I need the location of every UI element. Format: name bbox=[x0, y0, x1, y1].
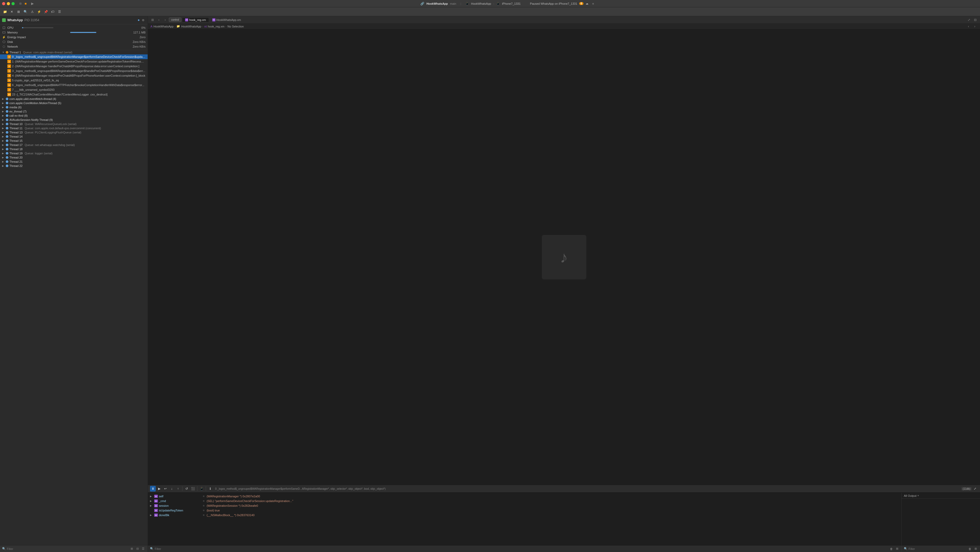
bc-hookwhatsapp2[interactable]: HookWhatsApp bbox=[181, 25, 201, 28]
frame-0[interactable]: 0 0 _logos_method$_ungrouped$WARegistrat… bbox=[0, 54, 148, 59]
var-filter-trash-btn[interactable]: 🗑 bbox=[889, 547, 894, 551]
forward-btn[interactable]: › bbox=[162, 17, 168, 22]
debug-sep2 bbox=[197, 486, 197, 491]
thread-17-header[interactable]: ▶ Thread 17 Queue: net.whatsapp.watchdog… bbox=[0, 143, 148, 147]
thread-1-queue: Queue: com.apple.main-thread (serial) bbox=[23, 51, 72, 54]
var-self[interactable]: ▶ A self = (WARegistrationManager *) 0x2… bbox=[148, 494, 902, 499]
thread-evthread-header[interactable]: ▶ ev_thread (7) bbox=[0, 109, 148, 114]
stop-button[interactable]: ■ bbox=[23, 1, 28, 6]
warning-button[interactable]: ⚠ bbox=[29, 9, 35, 15]
frame-5[interactable]: 5 5 crypto_sign_ed25519_ref10_fe_sq bbox=[0, 78, 148, 82]
t13-queue: Queue: PLClientLoggingFlushQueue (serial… bbox=[25, 131, 81, 134]
thread-18-header[interactable]: ▶ Thread 18 bbox=[0, 147, 148, 151]
bc-hookwhatsapp1[interactable]: HookWhatsApp bbox=[153, 25, 173, 28]
thread-1-expand-arrow: ▼ bbox=[2, 51, 5, 54]
var-filter-expand-btn[interactable]: ⊞ bbox=[895, 547, 899, 551]
add-button[interactable]: + bbox=[590, 1, 596, 6]
disk-metric-row: Disk Zero KB/s bbox=[2, 40, 146, 44]
thread-uikit-header[interactable]: ▶ com.apple.uikit.eventfetch-thread (4) bbox=[0, 97, 148, 101]
frame-6[interactable]: 6 6 _logos_method$_ungrouped$WAHTTPFetch… bbox=[0, 82, 148, 87]
filter-input[interactable] bbox=[7, 547, 128, 550]
grid-button[interactable]: ⊞ bbox=[16, 9, 21, 15]
var-doneblk[interactable]: ▶ A doneBlk = (__NSMallocBlock__ *) 0x28… bbox=[148, 513, 902, 517]
frame-5-icon: 5 bbox=[7, 78, 11, 82]
status-label: Paused WhatsApp on iPhone7_1331 bbox=[530, 2, 577, 5]
frame-1[interactable]: 1 1 -[WARegistrationManager performSameD… bbox=[0, 59, 148, 64]
debug-continue-btn[interactable]: ▶ bbox=[156, 486, 162, 492]
thread-13-header[interactable]: ▶ Thread 13 Queue: PLClientLoggingFlushQ… bbox=[0, 130, 148, 135]
thread-avaudio-header[interactable]: ▶ AVAudioSession Notify Thread (9) bbox=[0, 118, 148, 122]
thread-callev-header[interactable]: ▶ call ev thrd (8) bbox=[0, 114, 148, 118]
t15-label: Thread 15 bbox=[10, 139, 22, 142]
frame-7[interactable]: 7 7 ___lldb_unnamed_symbol3293 bbox=[0, 87, 148, 92]
var-cmd-icon: A bbox=[154, 500, 158, 503]
frame-23[interactable]: 23 23 -[_TtC21WAChatContextMenuMain7Cont… bbox=[0, 92, 148, 97]
thread-10-header[interactable]: ▶ Thread 10 Queue: WARecursiveQueueLock … bbox=[0, 122, 148, 126]
var-isupdateregtok[interactable]: A isUpdateRegToken = (bool) true bbox=[148, 508, 902, 513]
play-button[interactable]: ▶ bbox=[30, 1, 35, 6]
filter-more-btn[interactable]: ☰ bbox=[141, 547, 146, 551]
expand-panel-btn[interactable]: ⊞ bbox=[150, 17, 155, 22]
debug-simulator-btn[interactable]: 📱 bbox=[199, 486, 204, 492]
disk-value: Zero KB/s bbox=[133, 40, 146, 43]
control-tab[interactable]: control bbox=[169, 17, 181, 22]
fullscreen-button[interactable] bbox=[11, 2, 15, 5]
pin-button[interactable]: 📌 bbox=[43, 9, 49, 15]
search-button[interactable]: 🔍 bbox=[22, 9, 28, 15]
debug-step-in-btn[interactable]: ↓ bbox=[169, 486, 175, 492]
frame-4[interactable]: 4 4 -[WARegistrationManager requestPreCh… bbox=[0, 73, 148, 78]
frame-2[interactable]: 2 2 -[WARegistrationManager handlePreCha… bbox=[0, 64, 148, 68]
close-button[interactable] bbox=[2, 2, 5, 5]
filter-expand-btn[interactable]: ⊞ bbox=[129, 547, 134, 551]
debug-memory-btn[interactable]: ℹ bbox=[207, 486, 213, 492]
thread-coremotion-header[interactable]: ▶ com.apple.CoreMotion.MotionThread (5) bbox=[0, 101, 148, 105]
back-btn[interactable]: ‹ bbox=[156, 17, 162, 22]
thread-21-header[interactable]: ▶ Thread 21 bbox=[0, 160, 148, 164]
tag-button[interactable]: 🏷 bbox=[50, 9, 56, 15]
variables-filter-input[interactable] bbox=[155, 547, 888, 550]
out-filter-expand-btn[interactable]: ⊞ bbox=[973, 547, 978, 551]
bc-hookreg[interactable]: hook_reg.xm bbox=[208, 25, 224, 28]
coremotion-label: com.apple.CoreMotion.MotionThread (5) bbox=[10, 102, 61, 105]
t22-label: Thread 22 bbox=[10, 164, 22, 167]
breadcrumb-forward-btn[interactable]: › bbox=[972, 24, 977, 29]
minimize-button[interactable] bbox=[7, 2, 10, 5]
bc-noselection[interactable]: No Selection bbox=[228, 25, 244, 28]
var-cmd[interactable]: ▶ A _cmd = (SEL) "performSameDeviceCheck… bbox=[148, 499, 902, 503]
debug-pause-btn[interactable]: ⏸ bbox=[150, 486, 156, 492]
coremotion-arrow: ▶ bbox=[2, 102, 5, 105]
hookwhatsapp-tab[interactable]: nt HookWhatsApp.xm bbox=[210, 18, 244, 22]
thread-15-header[interactable]: ▶ Thread 15 bbox=[0, 139, 148, 143]
thread-1-header[interactable]: ▼ Thread 1 Queue: com.apple.main-thread … bbox=[0, 50, 148, 54]
output-label: All Output bbox=[904, 494, 916, 497]
hook-reg-tab[interactable]: nt hook_reg.xm bbox=[183, 18, 208, 22]
cpu-icon bbox=[2, 26, 6, 30]
breadcrumb-back-btn[interactable]: ‹ bbox=[966, 24, 971, 29]
split-editor-btn[interactable]: ⊟ bbox=[973, 17, 978, 22]
debug-step-over-btn[interactable]: ↩ bbox=[162, 486, 168, 492]
close-file-button[interactable]: ✕ bbox=[9, 9, 15, 15]
frame-3[interactable]: 3 3 _logos_method$_ungrouped$WARegistrat… bbox=[0, 68, 148, 73]
thread-11-header[interactable]: ▶ Thread 11 Queue: com.apple.root.defaul… bbox=[0, 126, 148, 130]
thread-14-header[interactable]: ▶ Thread 14 bbox=[0, 135, 148, 139]
thread-1-group[interactable]: ▼ Thread 1 Queue: com.apple.main-thread … bbox=[0, 50, 148, 97]
thread-20-header[interactable]: ▶ Thread 20 bbox=[0, 155, 148, 160]
thread-19-header[interactable]: ▶ Thread 19 Queue: logger (serial) bbox=[0, 151, 148, 155]
folder-button[interactable]: 📁 bbox=[2, 9, 8, 15]
filter-collapse-btn[interactable]: ⊟ bbox=[135, 547, 140, 551]
debug-expand-btn[interactable]: ⤢ bbox=[972, 486, 978, 492]
var-session[interactable]: ▶ A session = (WARegistrationSession *) … bbox=[148, 503, 902, 508]
thread-22-header[interactable]: ▶ Thread 22 bbox=[0, 164, 148, 168]
list-button[interactable]: ☰ bbox=[57, 9, 62, 15]
expand-editor-btn[interactable]: ⤢ bbox=[966, 17, 972, 22]
out-filter-trash-btn[interactable]: 🗑 bbox=[967, 547, 972, 551]
output-filter-input[interactable] bbox=[908, 547, 966, 550]
debug-restart-btn[interactable]: ↺ bbox=[184, 486, 189, 492]
frame-6-text: 6 _logos_method$_ungrouped$WAHTTPFetcher… bbox=[12, 84, 146, 87]
sidebar-toggle-button[interactable]: ⊟ bbox=[18, 1, 23, 6]
debug-stop-btn[interactable]: ⬛ bbox=[190, 486, 196, 492]
energy-button[interactable]: ⚡ bbox=[36, 9, 42, 15]
thread-media-header[interactable]: ▶ media (6) bbox=[0, 105, 148, 109]
settings-button[interactable]: ⚙ bbox=[141, 18, 146, 22]
debug-step-out-btn[interactable]: ↑ bbox=[175, 486, 181, 492]
